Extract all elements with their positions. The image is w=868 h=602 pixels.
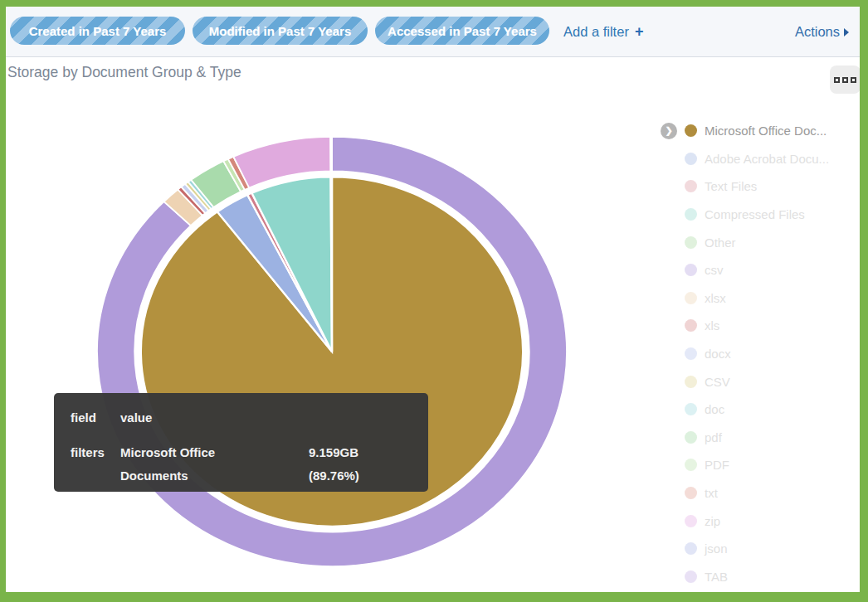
legend-label: zip [705,514,720,528]
legend-label: xls [705,318,719,333]
app-window: Created in Past 7 Years Modified in Past… [0,0,868,602]
actions-label: Actions [795,24,840,40]
add-filter-label: Add a filter [563,24,629,40]
legend-item-csv[interactable]: ❯csv [661,256,864,284]
chart-tooltip: field value filters Microsoft Office Doc… [54,393,428,492]
legend-color-dot [685,124,697,137]
actions-menu-button[interactable]: Actions [795,7,849,57]
legend-color-dot [685,431,697,444]
tooltip-field-name: filters [71,441,120,488]
filter-pill-created[interactable]: Created in Past 7 Years [10,17,185,45]
legend-item-zip[interactable]: ❯zip [661,507,864,535]
legend-color-dot [685,515,697,527]
tooltip-header: field value [71,406,417,430]
add-filter-button[interactable]: Add a filter + [563,7,643,57]
legend-color-dot [685,570,697,583]
legend-color-dot [685,403,697,415]
options-menu-icon [842,77,848,83]
legend-color-dot [685,319,697,332]
panel-title: Storage by Document Group & Type [7,64,241,81]
panel-options-button[interactable] [830,66,861,94]
legend-color-dot [685,376,697,388]
legend-label: Other [705,235,736,250]
ring-slice-TAB[interactable] [331,137,332,171]
tooltip-slice-value: 9.159GB (89.76%) [309,441,417,488]
dashboard-page: Created in Past 7 Years Modified in Past… [6,7,860,592]
plus-icon: + [635,23,644,41]
legend-label: csv [705,263,724,277]
tooltip-slice-name: Microsoft Office Documents [120,441,309,488]
legend-color-dot [685,208,697,221]
legend-color-dot [685,542,697,555]
legend-color-dot [685,236,697,249]
legend-color-dot [685,180,697,192]
tooltip-field-header: field [71,406,120,430]
legend-label: Adobe Acrobat Docu... [705,152,829,166]
legend-item-xls[interactable]: ❯xls [661,312,864,340]
legend-item-text-files[interactable]: ❯Text Files [661,172,864,201]
legend-item-pdf[interactable]: ❯PDF [661,451,864,479]
filter-pill-label: Created in Past 7 Years [29,24,167,38]
legend-label: Text Files [705,179,757,193]
legend-color-dot [685,264,697,276]
legend-label: xlsx [705,291,726,305]
tooltip-percent: (89.76%) [309,464,417,488]
legend-label: doc [705,402,724,416]
options-menu-icon [834,77,840,83]
options-menu-icon [851,77,856,83]
legend-label: json [705,541,728,556]
legend-color-dot [685,487,697,499]
legend-item-doc[interactable]: ❯doc [661,396,864,424]
filter-bar: Created in Past 7 Years Modified in Past… [6,7,860,57]
storage-sunburst-chart[interactable] [97,137,567,566]
legend-item-other[interactable]: ❯Other [661,228,864,256]
caret-right-icon [844,28,849,36]
legend-label: Microsoft Office Doc... [705,124,827,138]
legend-label: PDF [705,458,729,472]
legend-color-dot [685,459,697,471]
legend-label: Compressed Files [705,207,805,221]
legend-item-json[interactable]: ❯json [661,535,864,563]
legend-item-pdf[interactable]: ❯pdf [661,424,864,452]
legend-item-docx[interactable]: ❯docx [661,340,864,368]
legend-color-dot [685,292,697,304]
legend-item-adobe-acrobat-docu-[interactable]: ❯Adobe Acrobat Docu... [661,145,864,173]
legend-item-tab[interactable]: ❯TAB [661,563,864,591]
legend-label: pdf [705,430,722,444]
tooltip-value-header: value [120,406,309,430]
pie-slice-Other[interactable] [331,177,332,352]
tooltip-amount: 9.159GB [309,441,417,464]
filter-pill-label: Modified in Past 7 Years [209,24,351,38]
expand-arrow-icon[interactable]: ❯ [661,123,677,139]
filter-pill-accessed[interactable]: Accessed in Past 7 Years [375,17,549,45]
legend-item-csv[interactable]: ❯CSV [661,367,864,396]
legend-item-compressed-files[interactable]: ❯Compressed Files [661,201,864,229]
filter-pill-label: Accessed in Past 7 Years [388,24,537,38]
legend-label: docx [705,347,731,361]
legend-label: TAB [705,570,728,584]
filter-pill-modified[interactable]: Modified in Past 7 Years [193,17,368,45]
legend-item-microsoft-office-doc-[interactable]: ❯Microsoft Office Doc... [661,117,864,145]
chart-legend: ❯Microsoft Office Doc...❯Adobe Acrobat D… [661,117,864,590]
legend-color-dot [685,153,697,165]
legend-label: CSV [705,375,730,389]
tooltip-row: filters Microsoft Office Documents 9.159… [71,441,417,488]
legend-color-dot [685,347,697,360]
legend-item-txt[interactable]: ❯txt [661,479,864,507]
legend-label: txt [705,486,718,500]
legend-item-xlsx[interactable]: ❯xlsx [661,284,864,313]
